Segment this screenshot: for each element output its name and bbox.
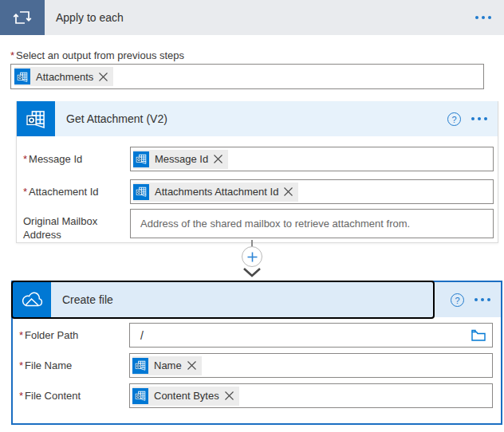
- file-name-label: *File Name: [13, 353, 129, 378]
- create-file-menu-button[interactable]: [474, 298, 490, 301]
- token-label: Attachments: [36, 71, 93, 83]
- file-content-token[interactable]: Content Bytes: [132, 387, 239, 406]
- mailbox-row: Original Mailbox Address Address of the …: [17, 209, 498, 242]
- help-icon[interactable]: ?: [447, 112, 461, 126]
- message-id-token[interactable]: Message Id: [133, 150, 228, 169]
- create-file-card: Create file ? *Folder Path / *File Name: [11, 281, 502, 425]
- apply-to-each-title: Apply to each: [45, 11, 124, 24]
- token-label: Attachments Attachment Id: [155, 186, 278, 198]
- message-id-label: *Message Id: [17, 147, 130, 171]
- attachment-id-token[interactable]: Attachments Attachment Id: [133, 183, 298, 202]
- file-name-token[interactable]: Name: [132, 356, 202, 375]
- message-id-row: *Message Id Message Id: [17, 147, 498, 171]
- outlook-icon: [133, 184, 149, 200]
- onedrive-connector-icon: [13, 282, 51, 317]
- attachment-id-input[interactable]: Attachments Attachment Id: [130, 179, 494, 204]
- get-attachment-header[interactable]: Get Attachment (V2) ?: [17, 101, 498, 136]
- get-attachment-menu-button[interactable]: [471, 117, 487, 120]
- file-content-row: *File Content Content Bytes: [13, 383, 501, 408]
- folder-path-value: /: [132, 329, 144, 342]
- folder-path-input[interactable]: /: [129, 323, 493, 348]
- required-marker: *: [10, 49, 14, 61]
- file-name-input[interactable]: Name: [129, 353, 493, 378]
- outlook-icon: [14, 69, 30, 84]
- token-label: Content Bytes: [154, 390, 219, 402]
- token-label: Message Id: [155, 153, 208, 165]
- remove-token-icon[interactable]: [99, 73, 108, 81]
- select-output-label: *Select an output from previous steps: [10, 49, 184, 62]
- outlook-icon: [133, 151, 149, 167]
- insert-step-button[interactable]: [242, 246, 262, 267]
- step-connector: [0, 240, 504, 278]
- mailbox-label: Original Mailbox Address: [17, 209, 130, 242]
- outlook-icon: [132, 358, 148, 374]
- remove-token-icon[interactable]: [225, 391, 234, 400]
- apply-to-each-loop-icon: [0, 0, 45, 35]
- file-content-label: *File Content: [13, 383, 129, 408]
- message-id-input[interactable]: Message Id: [130, 147, 494, 171]
- folder-path-label: *Folder Path: [13, 323, 129, 348]
- get-attachment-card: Get Attachment (V2) ? *Message Id Messag…: [16, 101, 498, 243]
- folder-picker-icon[interactable]: [471, 329, 486, 341]
- token-label: Name: [154, 359, 182, 371]
- file-content-input[interactable]: Content Bytes: [129, 383, 493, 408]
- help-icon[interactable]: ?: [451, 293, 464, 307]
- attachment-id-row: *Attachement Id Attachments Attachment I…: [17, 179, 498, 204]
- folder-path-row: *Folder Path /: [13, 323, 501, 348]
- remove-token-icon[interactable]: [214, 155, 222, 163]
- arrow-down-icon: [242, 267, 262, 278]
- get-attachment-title: Get Attachment (V2): [55, 112, 167, 125]
- apply-to-each-menu-button[interactable]: [475, 16, 491, 19]
- file-name-row: *File Name Name: [13, 353, 501, 378]
- create-file-title: Create file: [51, 293, 113, 306]
- remove-token-icon[interactable]: [284, 187, 293, 196]
- flow-designer-canvas: Apply to each *Select an output from pre…: [0, 0, 504, 432]
- mailbox-placeholder: Address of the shared mailbox to retriev…: [133, 218, 410, 230]
- attachment-id-label: *Attachement Id: [17, 179, 130, 204]
- mailbox-input[interactable]: Address of the shared mailbox to retriev…: [130, 209, 494, 238]
- select-output-input[interactable]: Attachments: [10, 64, 484, 89]
- apply-to-each-header[interactable]: Apply to each: [0, 0, 504, 35]
- remove-token-icon[interactable]: [187, 361, 196, 370]
- outlook-connector-icon: [17, 101, 55, 136]
- create-file-header[interactable]: Create file ?: [13, 282, 501, 317]
- attachments-token[interactable]: Attachments: [14, 67, 113, 86]
- outlook-icon: [132, 388, 148, 404]
